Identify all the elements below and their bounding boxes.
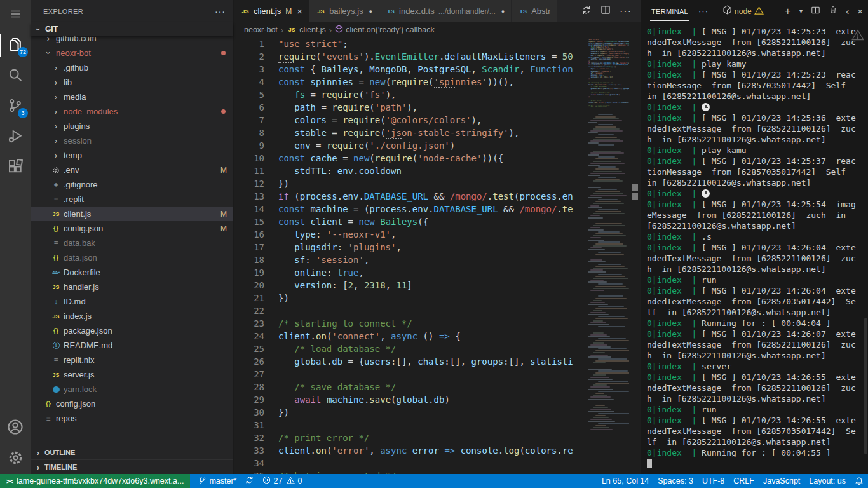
tree-item-label: handler.js	[64, 282, 99, 292]
terminal-log-line: 0|index | play kamy	[647, 58, 857, 69]
split-terminal-icon[interactable]	[811, 6, 820, 17]
status-item-ln[interactable]: Ln 65, Col 14	[597, 474, 653, 488]
menu-button[interactable]	[0, 0, 31, 30]
tree-item-data-bak[interactable]: ≡data.bak	[31, 236, 233, 250]
unsaved-dot-icon[interactable]: ●	[501, 8, 505, 15]
tree-item-lib[interactable]: ›lib	[31, 75, 233, 90]
tree-item-dockerfile[interactable]: Dockerfile	[31, 265, 233, 280]
tab-abstr[interactable]: TSAbstr	[512, 0, 557, 22]
sync-button[interactable]	[241, 474, 258, 488]
tree-item-readme-md[interactable]: iREADME.md	[31, 338, 233, 353]
problems-status[interactable]: 27 0	[258, 474, 306, 488]
status-item-utf-8[interactable]: UTF-8	[698, 474, 729, 488]
tree-item-label: README.md	[64, 341, 112, 350]
tree-item-config-json[interactable]: {}config.json	[31, 396, 233, 411]
tab-client-js[interactable]: JSclient.jsM×	[234, 0, 309, 22]
tab-baileys-js[interactable]: JSbaileys.js●	[309, 0, 379, 22]
log-message: play kamu	[702, 146, 746, 155]
code-line: 17 plugsdir: 'plugins',	[234, 241, 588, 254]
status-item-spaces[interactable]: Spaces: 3	[653, 474, 698, 488]
tree-item-id-md[interactable]: ↓ID.md	[31, 294, 233, 309]
tree-item--env[interactable]: .envM	[31, 163, 233, 177]
sash-handle[interactable]	[632, 184, 638, 191]
tree-item-repos[interactable]: ≡repos	[31, 411, 233, 426]
tree-item-plugins[interactable]: ›plugins	[31, 119, 233, 133]
line-number: 18	[234, 254, 264, 266]
status-item-layout[interactable]: Layout: us	[804, 474, 850, 488]
explorer-more-actions-icon[interactable]: ···	[215, 6, 226, 17]
tree-item-replit-nix[interactable]: ≡replit.nix	[31, 353, 233, 367]
account-icon	[7, 419, 24, 438]
tree-item-package-json[interactable]: {}package.json	[31, 323, 233, 338]
unsaved-dot-icon[interactable]: ●	[369, 8, 372, 15]
code-line: 22	[234, 304, 588, 317]
gear-icon	[8, 450, 24, 468]
tree-item-label: .gitignore	[64, 180, 97, 189]
editor-scrollbar[interactable]	[629, 37, 641, 474]
terminal-log-line: 0|index | [ MSG ] 01/10/23 14:25:36 exte…	[647, 112, 857, 145]
panel-chevron-icon[interactable]: ‹	[846, 6, 849, 17]
tree-item-temp[interactable]: ›temp	[31, 148, 233, 163]
terminal-log-line: 0|index | play kamu	[647, 145, 857, 156]
tree-item-github-com[interactable]: ›github.com	[31, 36, 233, 46]
open-changes-icon[interactable]	[581, 5, 592, 18]
pm2-prefix: 0|index |	[647, 189, 702, 198]
new-terminal-icon[interactable]: +	[785, 5, 791, 18]
close-panel-icon[interactable]: ×	[857, 6, 863, 17]
terminal-dropdown-icon[interactable]: ▾	[799, 7, 803, 15]
close-icon[interactable]: ×	[297, 6, 302, 16]
minimap[interactable]: "use strict";require('events').EventEmit…	[588, 39, 629, 474]
sash-handle[interactable]	[632, 193, 638, 200]
code-line: 12})	[234, 177, 588, 190]
tree-item-client-js[interactable]: JSclient.jsM	[31, 207, 233, 221]
timeline-section-header[interactable]: › TIMELINE	[31, 459, 233, 474]
settings-button[interactable]	[0, 444, 31, 474]
workspace-root-header[interactable]: › GIT	[31, 22, 233, 36]
tree-item-neoxr-bot[interactable]: ›neoxr-bot	[31, 46, 233, 60]
tree-item-server-js[interactable]: JSserver.js	[31, 367, 233, 382]
tree-item-session[interactable]: ›session	[31, 133, 233, 148]
chevron-right-icon: ›	[51, 151, 61, 160]
git-change-dot	[221, 109, 226, 114]
terminal-output[interactable]: 0|index | [ MSG ] 01/10/23 14:25:23 exte…	[641, 22, 858, 469]
tree-item--github[interactable]: ›.github	[31, 60, 233, 75]
sidebar-item-source-control[interactable]: 3	[0, 92, 31, 122]
status-item-javascript[interactable]: JavaScript	[759, 474, 804, 488]
tree-item-node-modules[interactable]: ›node_modules	[31, 104, 233, 119]
breadcrumb-symbol[interactable]: client.on('ready') callback	[335, 25, 435, 35]
tree-item-yarn-lock[interactable]: yarn.lock	[31, 382, 233, 396]
tree-item-config-json[interactable]: {}config.jsonM	[31, 221, 233, 236]
sidebar-item-run-debug[interactable]	[0, 122, 31, 152]
panel-more-actions-icon[interactable]: ···	[698, 6, 709, 16]
terminal-scrollbar[interactable]	[864, 318, 867, 454]
status-item-crlf[interactable]: CRLF	[729, 474, 759, 488]
log-message: Running for : [ 00:04:55 ]	[702, 448, 831, 458]
kill-terminal-icon[interactable]	[829, 5, 837, 17]
more-actions-icon[interactable]: ···	[620, 6, 632, 17]
split-editor-icon[interactable]	[600, 5, 611, 17]
tab-terminal[interactable]: TERMINAL	[650, 2, 689, 21]
tab-index-d-ts[interactable]: TSindex.d.ts.../domhandler/...●	[379, 0, 512, 22]
tree-item-index-js[interactable]: JSindex.js	[31, 309, 233, 323]
sidebar-item-search[interactable]	[0, 61, 31, 92]
sidebar-item-extensions[interactable]	[0, 152, 31, 183]
tree-item--gitignore[interactable]: ◆.gitignore	[31, 177, 233, 192]
breadcrumb-item[interactable]: neoxr-bot	[244, 25, 278, 34]
branch-icon	[198, 476, 207, 486]
account-button[interactable]	[0, 413, 31, 444]
pm2-prefix: 0|index |	[647, 232, 702, 241]
code-editor[interactable]: 1"use strict";2require('events').EventEm…	[234, 37, 588, 474]
notifications-bell-icon[interactable]	[850, 474, 868, 488]
sidebar-item-explorer[interactable]: 72	[0, 30, 31, 61]
git-branch-status[interactable]: master*	[194, 474, 241, 488]
tree-item-data-json[interactable]: {}data.json	[31, 250, 233, 265]
tree-item-media[interactable]: ›media	[31, 90, 233, 104]
tree-item-handler-js[interactable]: JShandler.js	[31, 280, 233, 294]
breadcrumb-item[interactable]: JS client.js	[287, 25, 326, 34]
terminal-warning-overlay-icon	[851, 29, 864, 43]
chevron-down-icon: ›	[44, 48, 53, 58]
outline-section-header[interactable]: › OUTLINE	[31, 445, 233, 459]
tree-item--replit[interactable]: ≡.replit	[31, 192, 233, 207]
terminal-profile[interactable]: node	[722, 5, 764, 17]
remote-indicator[interactable]: >< lame-guinea-tfm5vxkbx74dw7xdo6y3.wnex…	[0, 474, 190, 488]
